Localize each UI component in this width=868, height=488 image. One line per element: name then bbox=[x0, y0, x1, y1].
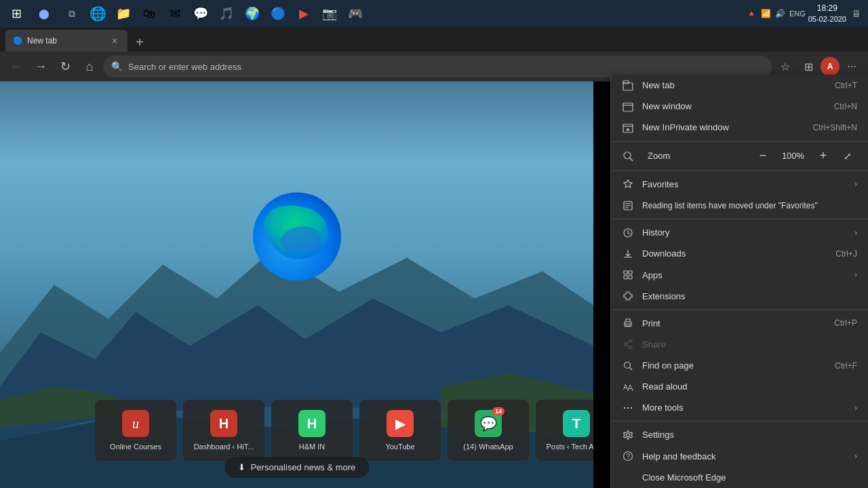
quick-link-hm[interactable]: H H&M IN bbox=[271, 400, 353, 461]
print-shortcut: Ctrl+P bbox=[834, 318, 857, 328]
separator-3 bbox=[611, 219, 868, 219]
read-aloud-icon: AA bbox=[622, 381, 634, 393]
menu-settings[interactable]: Settings bbox=[611, 424, 868, 445]
taskbar-clock[interactable]: 18:29 05-02-2020 bbox=[808, 3, 846, 24]
help-arrow-icon: › bbox=[854, 451, 857, 461]
quick-links-container: u Online Courses H Dashboard ‹ HiT... H … bbox=[95, 400, 593, 461]
quick-link-whatsapp[interactable]: 💬 14 (14) WhatsApp bbox=[448, 400, 529, 461]
menu-favorites[interactable]: Favorites › bbox=[611, 174, 868, 195]
language-indicator: ENG bbox=[789, 10, 806, 18]
background-image: u Online Courses H Dashboard ‹ HiT... H … bbox=[0, 81, 593, 488]
svg-line-31 bbox=[627, 341, 629, 343]
menu-apps[interactable]: Apps › bbox=[611, 264, 868, 285]
dashboard-icon: H bbox=[210, 410, 237, 437]
new-window-shortcut: Ctrl+N bbox=[834, 102, 857, 111]
taskbar-camera[interactable]: 📷 bbox=[317, 1, 342, 26]
svg-rect-8 bbox=[623, 81, 629, 83]
news-label: Personalised news & more bbox=[251, 462, 356, 472]
inprivate-icon bbox=[622, 121, 634, 134]
taskbar: ⊞ ⬤ ⧉ 🌐 📁 🛍 ✉ 💬 🎵 🌍 🔵 bbox=[0, 0, 868, 27]
svg-point-13 bbox=[627, 128, 629, 131]
quick-link-youtube[interactable]: ▶ YouTube bbox=[359, 400, 441, 461]
game-taskbar-icon: 🎮 bbox=[348, 6, 363, 21]
taskbar-edge[interactable]: 🌐 bbox=[85, 1, 110, 26]
new-tab-button[interactable]: + bbox=[129, 33, 151, 52]
svg-point-39 bbox=[631, 407, 632, 409]
menu-new-inprivate[interactable]: New InPrivate window Ctrl+Shift+N bbox=[611, 117, 868, 138]
zoom-value: 100% bbox=[778, 151, 808, 161]
taskbar-mail[interactable]: ✉ bbox=[163, 1, 187, 26]
downloads-label: Downloads bbox=[642, 248, 827, 259]
back-button[interactable]: ← bbox=[5, 56, 27, 77]
quick-link-dashboard[interactable]: H Dashboard ‹ HiT... bbox=[183, 400, 264, 461]
taskbar-whatsapp[interactable]: 💬 bbox=[189, 1, 213, 26]
svg-point-38 bbox=[627, 407, 629, 409]
menu-new-tab[interactable]: New tab Ctrl+T bbox=[611, 75, 868, 96]
menu-help[interactable]: ? Help and feedback › bbox=[611, 446, 868, 467]
svg-text:?: ? bbox=[627, 453, 631, 460]
edge-logo-svg bbox=[250, 189, 344, 284]
find-shortcut: Ctrl+F bbox=[835, 361, 857, 371]
taskbar-browser2[interactable]: 🌍 bbox=[240, 1, 264, 26]
courses-icon: u bbox=[122, 410, 149, 437]
news-button[interactable]: ⬇ Personalised news & more bbox=[224, 457, 370, 478]
menu-extensions[interactable]: Extensions bbox=[611, 286, 868, 307]
separator-4 bbox=[611, 309, 868, 310]
home-button[interactable]: ⌂ bbox=[79, 56, 100, 77]
forward-button[interactable]: → bbox=[30, 56, 52, 77]
whatsapp-icon: 💬 14 bbox=[475, 410, 502, 437]
zoom-plus-button[interactable]: + bbox=[814, 147, 833, 166]
menu-history[interactable]: History › bbox=[611, 222, 868, 243]
share-label: Share bbox=[642, 339, 857, 350]
browser2-taskbar-icon: 🌍 bbox=[245, 6, 260, 21]
tab-close-button[interactable]: × bbox=[108, 35, 121, 47]
separator-5 bbox=[611, 421, 868, 421]
menu-read-aloud[interactable]: AA Read aloud bbox=[611, 376, 868, 397]
more-tools-label: More tools bbox=[642, 402, 846, 413]
taskbar-spotify[interactable]: 🎵 bbox=[214, 1, 239, 26]
new-tab-shortcut: Ctrl+T bbox=[835, 81, 857, 90]
menu-print[interactable]: Print Ctrl+P bbox=[611, 313, 868, 334]
more-tools-arrow-icon: › bbox=[854, 403, 857, 413]
taskbar-task-view[interactable]: ⧉ bbox=[60, 1, 84, 26]
taskbar-file-explorer[interactable]: 📁 bbox=[111, 1, 136, 26]
zoom-minus-button[interactable]: − bbox=[753, 147, 772, 166]
zoom-fullscreen-button[interactable]: ⤢ bbox=[838, 147, 857, 166]
date-display: 05-02-2020 bbox=[808, 14, 846, 24]
svg-rect-22 bbox=[624, 271, 627, 274]
menu-find-on-page[interactable]: Find on page Ctrl+F bbox=[611, 355, 868, 376]
whatsapp-taskbar-icon: 💬 bbox=[193, 6, 208, 21]
menu-close-edge[interactable]: Close Microsoft Edge bbox=[611, 467, 868, 488]
taskbar-chrome[interactable]: 🔵 bbox=[266, 1, 290, 26]
notification-icon[interactable]: 🖥 bbox=[852, 8, 861, 19]
menu-share: Share bbox=[611, 334, 868, 355]
context-menu: New tab Ctrl+T New window Ctrl+N New InP… bbox=[610, 75, 868, 488]
start-button[interactable]: ⊞ bbox=[3, 0, 30, 27]
youtube-taskbar-icon: ▶ bbox=[299, 6, 309, 21]
quick-link-courses[interactable]: u Online Courses bbox=[95, 400, 176, 461]
taskbar-youtube[interactable]: ▶ bbox=[292, 1, 316, 26]
svg-rect-25 bbox=[629, 276, 632, 279]
close-edge-label: Close Microsoft Edge bbox=[642, 472, 857, 483]
quick-link-posts[interactable]: T Posts ‹ Tech Arri... bbox=[536, 400, 593, 461]
taskbar-search[interactable]: ⬤ bbox=[30, 1, 58, 26]
tab-favicon: 🔵 bbox=[12, 35, 23, 46]
active-tab[interactable]: 🔵 New tab × bbox=[5, 30, 127, 52]
zoom-icon bbox=[622, 150, 634, 162]
home-icon: ⌂ bbox=[86, 60, 94, 74]
taskbar-store[interactable]: 🛍 bbox=[137, 1, 161, 26]
chrome-taskbar-icon: 🔵 bbox=[271, 6, 285, 21]
svg-rect-27 bbox=[626, 324, 630, 326]
profile-avatar[interactable]: A bbox=[821, 57, 840, 76]
menu-downloads[interactable]: Downloads Ctrl+J bbox=[611, 243, 868, 264]
menu-new-window[interactable]: New window Ctrl+N bbox=[611, 96, 868, 117]
news-down-icon: ⬇ bbox=[238, 462, 245, 472]
downloads-icon bbox=[622, 248, 634, 260]
refresh-button[interactable]: ↻ bbox=[54, 56, 76, 77]
new-window-icon bbox=[622, 100, 634, 113]
taskbar-game[interactable]: 🎮 bbox=[343, 1, 368, 26]
volume-icon: 🔊 bbox=[775, 9, 785, 18]
menu-reading-list[interactable]: Reading list items have moved under "Fav… bbox=[611, 195, 868, 216]
address-search-icon: 🔍 bbox=[111, 61, 123, 72]
menu-more-tools[interactable]: More tools › bbox=[611, 397, 868, 418]
